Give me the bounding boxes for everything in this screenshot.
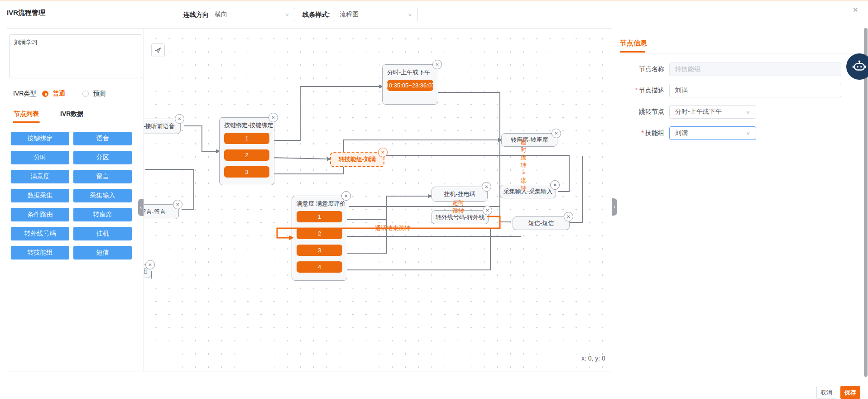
line-style-select-value: 流程图 xyxy=(340,10,359,19)
select-跳转节点[interactable]: 分时-上午或下午∨ xyxy=(669,105,756,119)
paper-plane-icon xyxy=(154,47,162,54)
form-row-技能组: *技能组刘满∨ xyxy=(619,126,863,140)
form-row-节点描述: *节点描述刘满 xyxy=(619,84,863,97)
node-info-panel: 节点信息 节点名称转技能组*节点描述刘满跳转节点分时-上午或下午∨*技能组刘满∨ xyxy=(619,28,868,371)
chevron-down-icon: ∨ xyxy=(746,109,750,115)
palette-button-转技能组[interactable]: 转技能组 xyxy=(11,246,69,260)
flow-canvas[interactable]: x: 0, y: 0 语音-接听前语音✕留言-留言✕转技能组✕按键绑定-按键绑定… xyxy=(144,29,612,371)
collapse-left-handle[interactable]: ‹ xyxy=(138,199,144,216)
radio-normal-label[interactable]: 普通 xyxy=(53,90,65,98)
chevron-down-icon: ∨ xyxy=(408,12,412,17)
select-技能组[interactable]: 刘满∨ xyxy=(669,126,756,140)
edge-label-0: 通话结束跳转 xyxy=(372,224,413,232)
required-asterisk: * xyxy=(635,87,638,94)
edge-label-2: 超时跳转>流转 xyxy=(519,138,528,192)
flow-name-input[interactable] xyxy=(9,34,142,78)
flow-builder: IVR类型 普通 预测 节点列表 IVR数据 按键绑定语音分时分区满意度留言数据… xyxy=(7,28,612,371)
sidebar: IVR类型 普通 预测 节点列表 IVR数据 按键绑定语音分时分区满意度留言数据… xyxy=(7,29,144,371)
edge-label-1: 超时 跳转 xyxy=(448,199,469,215)
palette-button-分时[interactable]: 分时 xyxy=(11,151,69,164)
top-accent-strip xyxy=(0,0,868,1)
ivr-type-row: IVR类型 普通 预测 xyxy=(13,90,106,98)
field-label: 节点名称 xyxy=(619,65,664,73)
scrollbar[interactable] xyxy=(864,28,868,377)
cursor-coordinates: x: 0, y: 0 xyxy=(581,355,605,362)
field-label: 跳转节点 xyxy=(619,108,664,116)
palette-button-语音[interactable]: 语音 xyxy=(73,132,132,145)
palette-button-短信[interactable]: 短信 xyxy=(73,246,132,260)
field-value: 转技能组 xyxy=(675,65,700,73)
cancel-button[interactable]: 取消 xyxy=(816,386,836,399)
palette-button-留言[interactable]: 留言 xyxy=(73,170,132,183)
tab-node-list[interactable]: 节点列表 xyxy=(14,110,39,118)
page-title: IVR流程管理 xyxy=(7,9,45,17)
save-button[interactable]: 保存 xyxy=(840,386,860,399)
sidebar-tabs: 节点列表 IVR数据 xyxy=(9,110,142,123)
panel-divider xyxy=(619,53,868,53)
panel-title: 节点信息 xyxy=(620,39,647,48)
field-value: 刘满 xyxy=(675,87,688,95)
palette-button-转座席[interactable]: 转座席 xyxy=(73,208,132,221)
direction-select-value: 横向 xyxy=(215,10,227,19)
palette-button-满意度[interactable]: 满意度 xyxy=(11,170,69,183)
input-节点描述[interactable]: 刘满 xyxy=(669,84,841,97)
form-row-跳转节点: 跳转节点分时-上午或下午∨ xyxy=(619,105,863,119)
collapse-right-handle[interactable]: › xyxy=(612,198,617,216)
palette-button-挂机[interactable]: 挂机 xyxy=(73,227,132,240)
required-asterisk: * xyxy=(642,129,644,136)
robot-icon xyxy=(852,59,867,74)
field-value: 刘满 xyxy=(675,129,688,137)
direction-label: 连线方向: xyxy=(183,11,211,19)
field-value: 分时-上午或下午 xyxy=(675,108,722,116)
orange-edges-layer xyxy=(144,29,612,371)
radio-predict[interactable] xyxy=(82,91,89,97)
ivr-type-label: IVR类型 xyxy=(13,90,36,98)
close-icon[interactable]: ✕ xyxy=(853,6,858,14)
locate-button[interactable] xyxy=(151,43,165,57)
palette-button-按键绑定[interactable]: 按键绑定 xyxy=(11,132,69,145)
line-style-label: 线条样式: xyxy=(302,11,330,19)
input-节点名称: 转技能组 xyxy=(669,62,841,76)
form-row-节点名称: 节点名称转技能组 xyxy=(619,62,863,76)
field-label: *技能组 xyxy=(619,129,664,137)
palette-button-转外线号码[interactable]: 转外线号码 xyxy=(11,227,69,240)
palette-button-条件路由[interactable]: 条件路由 xyxy=(11,208,69,221)
palette-button-数据采集[interactable]: 数据采集 xyxy=(11,189,69,202)
tab-ivr-data[interactable]: IVR数据 xyxy=(60,110,83,118)
radio-predict-label[interactable]: 预测 xyxy=(93,90,106,98)
chevron-down-icon: ∨ xyxy=(285,12,289,17)
palette-button-分区[interactable]: 分区 xyxy=(73,151,132,164)
radio-normal[interactable] xyxy=(42,91,48,97)
chevron-down-icon: ∨ xyxy=(746,130,750,136)
palette-button-采集输入[interactable]: 采集输入 xyxy=(73,189,132,202)
line-style-select[interactable]: 流程图 ∨ xyxy=(334,8,418,21)
field-label: *节点描述 xyxy=(619,87,664,95)
direction-select[interactable]: 横向 ∨ xyxy=(209,8,295,21)
